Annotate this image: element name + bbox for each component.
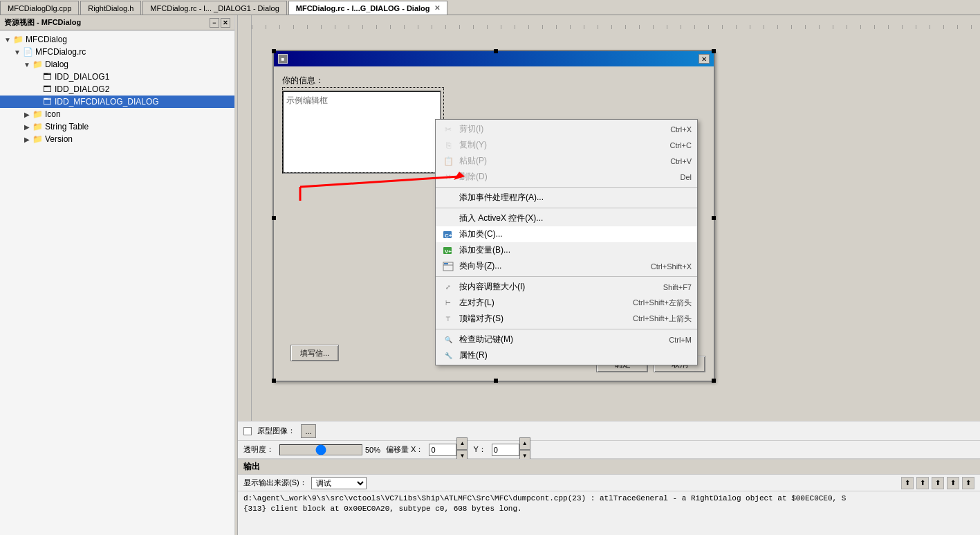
sidebar-controls: − ✕ [210, 18, 230, 28]
menu-item-wizard[interactable]: 类向导(Z)... Ctrl+Shift+X [436, 258, 697, 274]
tree-item-idd-main[interactable]: ▶ 🗔 IDD_MFCDIALOG_DIALOG [0, 96, 234, 108]
menu-shortcut-mnemonic: Ctrl+M [669, 336, 692, 344]
tree-label-icon: Icon [45, 109, 61, 119]
dialog-editbox[interactable]: 示例编辑框 [282, 91, 441, 174]
menu-item-delete[interactable]: ✕ 删除(D) Del [436, 169, 697, 185]
props-bar: 透明度： 50% 偏移量 X： ▲ ▼ Y： ▲ [238, 441, 980, 459]
sidebar-pin-btn[interactable]: − [210, 18, 219, 28]
menu-shortcut-paste: Ctrl+V [670, 157, 692, 165]
menu-item-add-class[interactable]: C+ 添加类(C)... [436, 226, 697, 242]
output-content: d:\agent\_work\9\s\src\vctools\VC7Libs\S… [238, 491, 980, 517]
offset-y-up-btn[interactable]: ▲ [519, 437, 530, 450]
svg-text:C+: C+ [445, 233, 452, 239]
output-source-dropdown[interactable]: 调试 [311, 477, 367, 489]
browse-icon: ... [305, 427, 311, 435]
tab-mfcdialogdlg[interactable]: MFCDialogDlg.cpp [0, 1, 79, 15]
tree-item-string-folder[interactable]: ▶ 📁 String Table [0, 120, 234, 133]
expand-arrow: ▶ [22, 122, 32, 132]
tab-label: MFCDialog.rc - l...G_DIALOG - Dialog [296, 4, 430, 12]
tab-bar: MFCDialogDlg.cpp RightDialog.h MFCDialog… [0, 0, 980, 15]
prototype-checkbox[interactable] [243, 427, 252, 435]
menu-shortcut-align-top: Ctrl+Shift+上箭头 [633, 314, 692, 324]
tree-item-version-folder[interactable]: ▶ 📁 Version [0, 133, 234, 145]
resize-icon: ⤢ [441, 282, 455, 293]
ruler-content [252, 15, 980, 29]
sidebar-close-btn[interactable]: ✕ [221, 18, 230, 28]
transparency-slider-container: 50% [279, 444, 380, 455]
tree-item-idd2[interactable]: ▶ 🗔 IDD_DIALOG2 [0, 83, 234, 96]
menu-label-add-event: 添加事件处理程序(A)... [459, 192, 678, 203]
tab-dialog-active[interactable]: MFCDialog.rc - l...G_DIALOG - Dialog ✕ [288, 1, 447, 15]
menu-item-align-left[interactable]: ⊢ 左对齐(L) Ctrl+Shift+左箭头 [436, 295, 697, 311]
menu-item-cut[interactable]: ✂ 剪切(I) Ctrl+X [436, 121, 697, 137]
transparency-slider[interactable] [279, 444, 362, 455]
tab-dialog1[interactable]: MFCDialog.rc - l... _DIALOG1 - Dialog [142, 1, 286, 15]
ruler [238, 15, 980, 29]
output-header: 输出 [238, 460, 980, 475]
menu-label-copy: 复制(Y) [459, 139, 656, 151]
dialog-close-button[interactable]: ✕ [699, 54, 710, 64]
menu-item-activex[interactable]: 插入 ActiveX 控件(X)... [436, 210, 697, 226]
folder-icon: 📁 [32, 109, 43, 120]
offset-x-input[interactable] [429, 444, 456, 456]
prototype-label: 原型图像： [257, 426, 295, 436]
tree-label-version: Version [45, 134, 73, 144]
paste-icon: 📋 [441, 156, 455, 167]
output-icon-5[interactable]: ⬆ [962, 477, 974, 489]
tab-close-icon[interactable]: ✕ [434, 4, 440, 12]
menu-item-add-var[interactable]: V+ 添加变量(B)... [436, 242, 697, 258]
menu-item-resize[interactable]: ⤢ 按内容调整大小(I) Shift+F7 [436, 279, 697, 295]
sel-handle-bl [272, 379, 276, 383]
tab-rightdialog[interactable]: RightDialog.h [80, 1, 141, 15]
folder-icon: 📁 [32, 59, 43, 70]
separator-3 [436, 276, 697, 277]
image-bar: 原型图像： ... [238, 421, 980, 441]
tree-label-idd1: IDD_DIALOG1 [55, 72, 109, 82]
svg-rect-1 [252, 15, 980, 29]
menu-item-add-event[interactable]: 添加事件处理程序(A)... [436, 190, 697, 206]
expand-arrow: ▼ [3, 35, 12, 44]
designer-area[interactable]: ■ ✕ 你的信息： 示例编辑框 [238, 29, 980, 421]
fill-info-button[interactable]: 填写信... [290, 345, 339, 361]
tree-item-rc[interactable]: ▼ 📄 MFCDialog.rc [0, 46, 234, 58]
menu-label-resize: 按内容调整大小(I) [459, 281, 649, 293]
output-line-1: d:\agent\_work\9\s\src\vctools\VC7Libs\S… [243, 493, 974, 504]
tree-label-dialog: Dialog [45, 60, 68, 69]
menu-item-paste[interactable]: 📋 粘贴(P) Ctrl+V [436, 153, 697, 169]
delete-icon: ✕ [441, 172, 455, 183]
menu-item-properties[interactable]: 🔧 属性(R) [436, 347, 697, 363]
output-icon-2[interactable]: ⬆ [916, 477, 929, 489]
output-icon-4[interactable]: ⬆ [947, 477, 959, 489]
sel-handle-mr [712, 216, 716, 220]
copy-icon: ⎘ [441, 140, 455, 151]
menu-label-paste: 粘贴(P) [459, 155, 656, 167]
transparency-value: 50% [365, 446, 380, 454]
content-area: ■ ✕ 你的信息： 示例编辑框 [238, 15, 980, 535]
output-title: 输出 [243, 461, 260, 473]
browse-button[interactable]: ... [301, 424, 316, 438]
menu-item-align-top[interactable]: ⊤ 顶端对齐(S) Ctrl+Shift+上箭头 [436, 311, 697, 327]
sel-handle-tm [494, 49, 498, 53]
offset-x-up-btn[interactable]: ▲ [456, 437, 468, 450]
menu-shortcut-cut: Ctrl+X [670, 125, 692, 134]
offset-y-input[interactable] [492, 444, 519, 456]
tree-item-root[interactable]: ▼ 📁 MFCDialog [0, 33, 234, 46]
wizard-icon [441, 261, 455, 272]
tab-label: MFCDialogDlg.cpp [8, 4, 71, 12]
tree-item-icon-folder[interactable]: ▶ 📁 Icon [0, 108, 234, 120]
cut-icon: ✂ [441, 124, 455, 135]
tab-label: RightDialog.h [88, 4, 133, 12]
project-icon: 📁 [12, 34, 24, 45]
menu-item-copy[interactable]: ⎘ 复制(Y) Ctrl+C [436, 137, 697, 153]
sel-handle-tr [712, 49, 716, 53]
output-icon-1[interactable]: ⬆ [901, 477, 914, 489]
tree-item-idd1[interactable]: ▶ 🗔 IDD_DIALOG1 [0, 71, 234, 83]
menu-item-mnemonic[interactable]: 🔍 检查助记键(M) Ctrl+M [436, 332, 697, 347]
sel-handle-br [712, 379, 716, 383]
fill-btn-label: 填写信... [300, 348, 329, 359]
tree-item-dialog-folder[interactable]: ▼ 📁 Dialog [0, 58, 234, 71]
dialog-system-icon: ■ [278, 54, 288, 64]
dialog-icon: 🗔 [41, 71, 53, 82]
output-icon-3[interactable]: ⬆ [932, 477, 944, 489]
resource-tree: ▼ 📁 MFCDialog ▼ 📄 MFCDialog.rc ▼ 📁 Dialo… [0, 30, 234, 535]
